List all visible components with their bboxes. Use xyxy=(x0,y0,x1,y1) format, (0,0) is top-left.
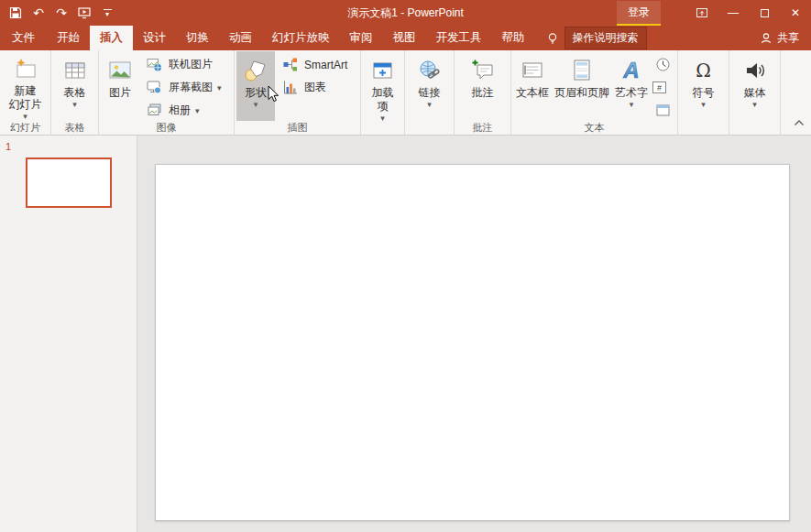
chart-label: 图表 xyxy=(304,80,326,95)
chevron-down-icon: ▾ xyxy=(752,100,757,109)
person-icon xyxy=(760,32,773,45)
textbox-icon xyxy=(521,55,544,86)
picture-icon xyxy=(108,55,133,86)
object-icon xyxy=(652,101,673,121)
online-pictures-icon xyxy=(144,55,164,75)
comment-button[interactable]: 批注 xyxy=(464,51,502,121)
chart-button[interactable]: 图表 xyxy=(275,77,352,98)
smartart-button[interactable]: SmartArt xyxy=(275,54,352,75)
media-label: 媒体 xyxy=(744,86,766,100)
ribbon-group-links: 链接 ▾ xyxy=(405,50,455,135)
slide-number-icon: # xyxy=(652,81,666,93)
start-from-beginning-button[interactable] xyxy=(73,2,95,24)
chevron-up-icon xyxy=(794,119,805,126)
save-button[interactable] xyxy=(5,2,27,24)
header-footer-button[interactable]: 页眉和页脚 xyxy=(552,51,612,121)
svg-text:A: A xyxy=(622,59,639,82)
redo-button[interactable]: ↷ xyxy=(50,2,72,24)
tab-developer[interactable]: 开发工具 xyxy=(426,26,492,50)
maximize-button[interactable] xyxy=(749,0,780,26)
symbol-label: 符号 xyxy=(693,86,715,100)
tab-slideshow[interactable]: 幻灯片放映 xyxy=(262,26,340,50)
tab-review[interactable]: 审阅 xyxy=(340,26,383,50)
slide-thumbnail[interactable] xyxy=(26,157,112,208)
tab-help[interactable]: 帮助 xyxy=(492,26,535,50)
speaker-icon xyxy=(743,55,767,86)
online-pictures-button[interactable]: 联机图片 xyxy=(139,54,226,75)
table-label: 表格 xyxy=(64,86,86,100)
share-button[interactable]: 共享 xyxy=(760,26,811,50)
link-button[interactable]: 链接 ▾ xyxy=(411,51,449,134)
minimize-button[interactable]: — xyxy=(718,0,749,26)
chevron-down-icon: ▾ xyxy=(72,100,77,109)
lightbulb-icon xyxy=(546,32,559,45)
wordart-button[interactable]: A 艺术字 ▾ xyxy=(612,51,651,121)
smartart-icon xyxy=(279,55,300,75)
share-label: 共享 xyxy=(777,30,799,46)
ribbon-group-images: 图片 联机图片 xyxy=(99,50,235,135)
ribbon-tab-bar: 文件 开始 插入 设计 切换 动画 幻灯片放映 审阅 视图 开发工具 帮助 操作… xyxy=(0,26,811,50)
tab-design[interactable]: 设计 xyxy=(133,26,176,50)
ribbon-group-slides: 新建 幻灯片 ▾ 幻灯片 xyxy=(0,50,51,135)
header-footer-icon xyxy=(571,55,593,86)
screenshot-icon xyxy=(144,78,164,98)
close-button[interactable]: ✕ xyxy=(780,0,811,26)
tell-me-search[interactable]: 操作说明搜索 xyxy=(546,26,647,50)
chart-icon xyxy=(279,78,300,98)
table-icon xyxy=(63,55,87,86)
collapse-ribbon-button[interactable] xyxy=(787,113,811,133)
tab-view[interactable]: 视图 xyxy=(383,26,426,50)
table-button[interactable]: 表格 ▾ xyxy=(56,51,94,121)
chevron-down-icon: ▾ xyxy=(23,112,27,121)
online-pictures-label: 联机图片 xyxy=(169,57,213,72)
titlebar-controls: 登录 — ✕ xyxy=(617,0,811,26)
tab-home[interactable]: 开始 xyxy=(47,26,90,50)
quick-access-toolbar: ↶ ↷ ▾ xyxy=(0,2,118,24)
symbol-button[interactable]: Ω 符号 ▾ xyxy=(685,51,723,134)
photo-album-button[interactable]: 相册 ▾ xyxy=(139,100,226,121)
slide-number-button[interactable]: # xyxy=(651,77,674,98)
editing-canvas xyxy=(137,136,811,532)
tab-animations[interactable]: 动画 xyxy=(219,26,262,50)
chevron-down-icon: ▾ xyxy=(427,100,432,109)
title-bar: ↶ ↷ ▾ 演示文稿1 - PowerPoint 登录 — ✕ xyxy=(0,0,811,26)
comment-label: 批注 xyxy=(472,86,494,100)
undo-button[interactable]: ↶ xyxy=(27,2,49,24)
sign-in-button[interactable]: 登录 xyxy=(617,1,661,26)
new-slide-button[interactable]: 新建 幻灯片 ▾ xyxy=(6,51,45,121)
wordart-label: 艺术字 xyxy=(615,86,648,100)
wordart-icon: A xyxy=(619,55,643,86)
customize-qat-button[interactable]: ▾ xyxy=(96,2,118,24)
group-label-slides: 幻灯片 xyxy=(2,121,49,135)
hash-glyph: # xyxy=(657,83,662,92)
tab-transitions[interactable]: 切换 xyxy=(176,26,219,50)
addins-button[interactable]: 加载 项 ▾ xyxy=(364,51,402,134)
textbox-button[interactable]: 文本框 xyxy=(513,51,552,121)
media-button[interactable]: 媒体 ▾ xyxy=(736,51,774,134)
group-label-comments: 批注 xyxy=(456,121,509,135)
shapes-button[interactable]: 形状 ▾ xyxy=(236,51,275,121)
pictures-button[interactable]: 图片 xyxy=(101,51,139,121)
ribbon-group-symbols: Ω 符号 ▾ xyxy=(678,50,729,135)
save-icon xyxy=(9,6,22,19)
ribbon-group-addins: 加载 项 ▾ xyxy=(361,50,405,135)
comment-icon xyxy=(471,55,495,86)
ribbon-group-illustrations: 形状 ▾ SmartArt xyxy=(235,50,361,135)
addins-label-1: 加载 xyxy=(372,86,394,100)
tab-file[interactable]: 文件 xyxy=(0,26,47,50)
textbox-label: 文本框 xyxy=(516,86,549,100)
slide-editing-area[interactable] xyxy=(155,164,790,521)
slide-number: 1 xyxy=(5,141,11,152)
date-time-button[interactable] xyxy=(651,54,674,75)
ribbon-display-options-button[interactable] xyxy=(686,0,718,26)
ribbon-group-comments: 批注 批注 xyxy=(455,50,511,135)
tell-me-search-input[interactable]: 操作说明搜索 xyxy=(564,27,647,49)
tab-insert[interactable]: 插入 xyxy=(90,26,133,50)
screenshot-button[interactable]: 屏幕截图 ▾ xyxy=(139,77,226,98)
ribbon: 新建 幻灯片 ▾ 幻灯片 表格 ▾ 表格 xyxy=(0,50,811,136)
chevron-down-icon: ▾ xyxy=(380,114,385,123)
new-slide-icon xyxy=(14,55,38,84)
screenshot-label: 屏幕截图 xyxy=(169,80,213,95)
chevron-down-icon: ▾ xyxy=(105,11,109,17)
object-button[interactable] xyxy=(651,100,674,121)
